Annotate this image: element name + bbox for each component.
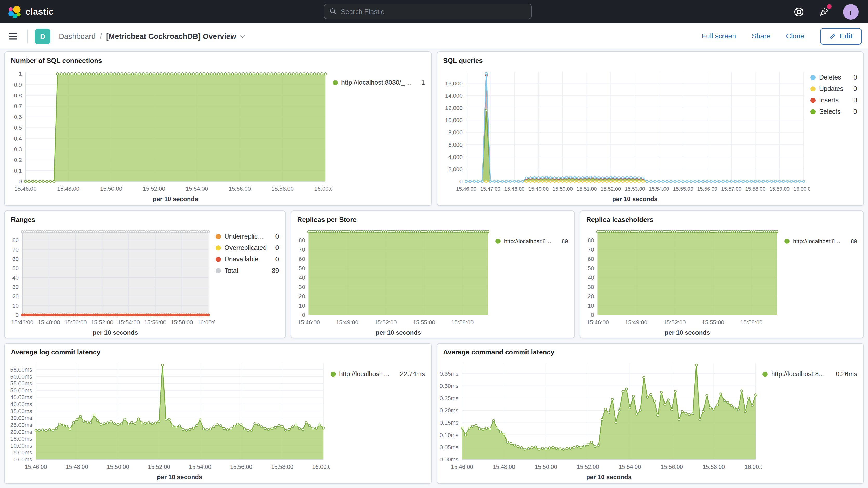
svg-text:15:49:00: 15:49:00 xyxy=(336,319,358,326)
share-button[interactable]: Share xyxy=(751,32,770,40)
avatar[interactable]: r xyxy=(843,4,859,20)
panel-title[interactable]: Average log commit latency xyxy=(5,343,431,357)
svg-text:16:00:00: 16:00:00 xyxy=(793,186,809,192)
panel-title[interactable]: SQL queries xyxy=(437,52,863,65)
svg-text:0: 0 xyxy=(16,312,19,318)
svg-text:15:46:00: 15:46:00 xyxy=(587,319,609,326)
search-input[interactable]: Search Elastic xyxy=(324,4,532,19)
svg-text:0.8: 0.8 xyxy=(14,92,22,99)
clone-button[interactable]: Clone xyxy=(786,32,804,40)
chart-ranges[interactable]: 8070605040302010015:46:0015:48:0015:50:0… xyxy=(5,224,214,338)
breadcrumb-dashboard[interactable]: Dashboard xyxy=(59,32,96,40)
menu-icon[interactable] xyxy=(7,30,19,42)
panel-replica-leaseholders: Replica leaseholders 8070605040302010015… xyxy=(580,211,864,338)
svg-text:40: 40 xyxy=(588,274,594,281)
svg-text:6,000: 6,000 xyxy=(448,142,462,148)
svg-text:15:48:00: 15:48:00 xyxy=(493,464,515,470)
svg-text:15.00ms: 15.00ms xyxy=(10,435,32,442)
svg-text:0.1: 0.1 xyxy=(14,167,22,174)
help-icon[interactable] xyxy=(793,6,805,18)
svg-text:per 10 seconds: per 10 seconds xyxy=(664,329,710,336)
legend-value: 0 xyxy=(271,233,279,240)
legend-item[interactable]: http://localhost:8080/_stat...1 xyxy=(332,79,425,86)
search-icon xyxy=(330,8,337,15)
svg-text:15:50:00: 15:50:00 xyxy=(534,464,557,470)
svg-text:15:52:00: 15:52:00 xyxy=(577,464,599,470)
svg-text:0.9: 0.9 xyxy=(14,82,22,88)
dashboard-grid: Number of SQL connections 10.90.80.70.60… xyxy=(0,49,868,484)
svg-text:0: 0 xyxy=(19,178,22,185)
svg-text:15:53:00: 15:53:00 xyxy=(624,186,645,192)
panel-title[interactable]: Replicas per Store xyxy=(291,211,574,224)
svg-text:20.00ms: 20.00ms xyxy=(10,429,32,435)
svg-text:per 10 seconds: per 10 seconds xyxy=(586,474,631,481)
svg-text:15:46:00: 15:46:00 xyxy=(25,464,47,470)
space-badge[interactable]: D xyxy=(35,28,51,44)
svg-text:20: 20 xyxy=(12,293,19,300)
legend-item[interactable]: http://localhost:8080/_sta...89 xyxy=(784,238,857,244)
svg-text:per 10 seconds: per 10 seconds xyxy=(375,329,421,336)
legend-value: 0 xyxy=(849,74,857,81)
svg-text:15:48:00: 15:48:00 xyxy=(66,464,88,470)
legend-label: http://localhost:8080... xyxy=(771,370,828,378)
panel-title[interactable]: Number of SQL connections xyxy=(5,52,431,65)
panel-command-commit-latency: Average command commit latency 0.35ms0.3… xyxy=(436,343,864,484)
svg-text:0.05ms: 0.05ms xyxy=(439,444,458,451)
elastic-logo[interactable]: elastic xyxy=(0,5,54,19)
legend-item[interactable]: Deletes0 xyxy=(810,74,857,81)
chart-replicas-per-store[interactable]: 8070605040302010015:46:0015:49:0015:52:0… xyxy=(291,224,494,338)
toolbar-divider xyxy=(27,29,28,43)
legend-label: http://localhost:8080/_sta... xyxy=(504,238,554,244)
panel-title[interactable]: Replica leaseholders xyxy=(580,211,863,224)
legend-dot xyxy=(784,239,789,244)
chart-svg: 0.35ms0.30ms0.25ms0.20ms0.15ms0.10ms0.05… xyxy=(437,357,762,483)
legend-item[interactable]: Updates0 xyxy=(810,85,857,92)
svg-text:4,000: 4,000 xyxy=(448,154,462,160)
svg-text:60.00ms: 60.00ms xyxy=(10,373,32,380)
svg-text:15:50:00: 15:50:00 xyxy=(64,319,87,326)
legend-item[interactable]: Selects0 xyxy=(810,108,857,115)
legend-value: 89 xyxy=(847,238,857,244)
svg-text:per 10 seconds: per 10 seconds xyxy=(612,195,657,203)
chart-log-commit-latency[interactable]: 65.00ms60.00ms55.00ms50.00ms45.00ms40.00… xyxy=(5,357,329,483)
legend-label: Overreplicated xyxy=(224,244,267,251)
svg-text:5.00ms: 5.00ms xyxy=(13,449,32,456)
legend-item[interactable]: Overreplicated0 xyxy=(215,244,279,251)
legend-item[interactable]: http://localhost:8080...0.26ms xyxy=(763,370,857,378)
svg-text:0.30ms: 0.30ms xyxy=(439,383,458,389)
svg-text:60: 60 xyxy=(12,256,19,262)
legend-item[interactable]: Underreplicated0 xyxy=(215,233,279,240)
legend-item[interactable]: Inserts0 xyxy=(810,97,857,104)
svg-text:0: 0 xyxy=(591,312,594,318)
full-screen-button[interactable]: Full screen xyxy=(702,32,736,40)
svg-text:0.00ms: 0.00ms xyxy=(439,456,458,463)
svg-text:15:52:00: 15:52:00 xyxy=(148,464,170,470)
legend-item[interactable]: Unavailable0 xyxy=(215,256,279,263)
chart-sql-queries[interactable]: 16,00014,00012,00010,0008,0006,0004,0002… xyxy=(437,65,809,205)
edit-button[interactable]: Edit xyxy=(820,28,862,44)
legend-item[interactable]: Total89 xyxy=(215,267,279,274)
svg-text:15:48:00: 15:48:00 xyxy=(504,186,524,192)
svg-text:45.00ms: 45.00ms xyxy=(10,394,32,400)
svg-text:16:00:00: 16:00:00 xyxy=(744,464,762,470)
page-title[interactable]: [Metricbeat CockroachDB] Overview xyxy=(106,32,246,40)
panel-title[interactable]: Ranges xyxy=(5,211,285,224)
svg-text:15:58:00: 15:58:00 xyxy=(171,319,193,326)
legend-item[interactable]: http://localhost:8080/_sta...89 xyxy=(495,238,568,244)
svg-text:15:48:00: 15:48:00 xyxy=(38,319,60,326)
chart-sql-connections[interactable]: 10.90.80.70.60.50.40.30.20.1015:46:0015:… xyxy=(5,65,331,205)
svg-text:15:50:00: 15:50:00 xyxy=(107,464,129,470)
chart-command-commit-latency[interactable]: 0.35ms0.30ms0.25ms0.20ms0.15ms0.10ms0.05… xyxy=(437,357,762,483)
search-placeholder: Search Elastic xyxy=(341,7,384,15)
svg-text:1: 1 xyxy=(19,71,22,77)
news-icon[interactable] xyxy=(818,6,830,18)
svg-text:70: 70 xyxy=(12,246,19,253)
svg-text:15:57:00: 15:57:00 xyxy=(721,186,741,192)
edit-button-label: Edit xyxy=(840,32,853,40)
legend-item[interactable]: http://localhost:808...22.74ms xyxy=(330,370,425,378)
legend-dot xyxy=(810,98,815,103)
chart-replica-leaseholders[interactable]: 8070605040302010015:46:0015:49:0015:52:0… xyxy=(580,224,783,338)
svg-text:30: 30 xyxy=(588,284,594,290)
panel-title[interactable]: Average command commit latency xyxy=(437,343,863,357)
logo-text: elastic xyxy=(26,6,54,17)
